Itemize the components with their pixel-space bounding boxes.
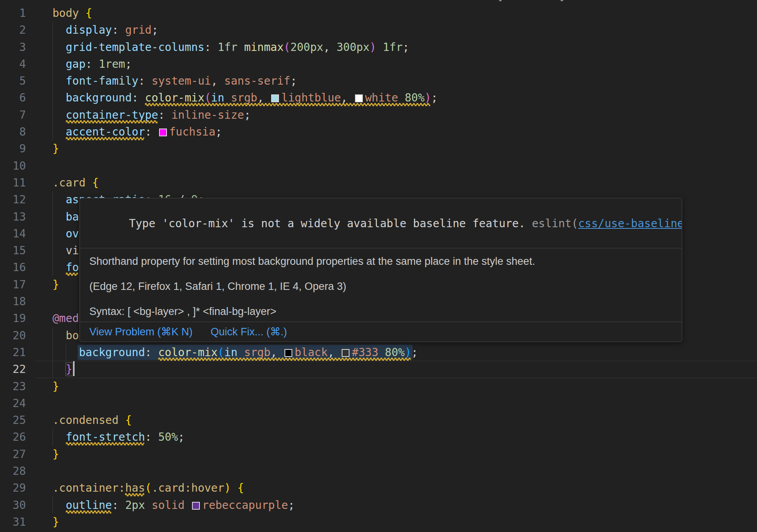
code-token: #333 — [352, 346, 378, 359]
code-token: .card — [53, 176, 92, 189]
color-swatch[interactable] — [192, 502, 200, 510]
code-token: { — [125, 414, 132, 427]
line-number: 7 — [0, 107, 26, 123]
code-token: background — [79, 346, 145, 359]
code-token — [119, 499, 125, 512]
code-text: vi — [53, 242, 79, 259]
code-line[interactable]: 21 background: color-mix(in srgb, black,… — [0, 344, 757, 361]
code-line[interactable]: 29.container:has(.card:hover) { — [0, 480, 757, 496]
code-token — [237, 41, 244, 54]
code-line[interactable]: 31} — [0, 514, 757, 530]
code-token — [378, 346, 385, 359]
code-line[interactable]: 7 container-type: inline-size; — [0, 107, 757, 123]
code-token: ; — [290, 74, 297, 87]
code-token: 80% — [385, 346, 405, 359]
warning-squiggle-span: has — [125, 481, 145, 494]
color-swatch[interactable] — [159, 128, 167, 136]
code-line[interactable]: 26 font-stretch: 50%; — [0, 429, 757, 445]
code-token — [334, 346, 341, 359]
code-token: : — [112, 499, 119, 512]
line-number: 2 — [0, 22, 26, 38]
code-token: sans-serif — [224, 74, 290, 87]
code-token: srgb — [237, 346, 270, 359]
code-text: ba — [53, 208, 79, 225]
code-token: : — [145, 125, 152, 138]
code-text: outline: 2px solid rebeccapurple; — [53, 497, 295, 514]
code-token — [53, 499, 66, 512]
line-number: 17 — [0, 276, 26, 293]
code-token — [53, 346, 79, 359]
quick-fix-action[interactable]: Quick Fix... (⌘.) — [211, 326, 287, 338]
color-swatch[interactable] — [342, 349, 350, 357]
code-token — [53, 193, 66, 206]
code-line[interactable]: 10 — [0, 157, 757, 174]
code-line[interactable]: 23} — [0, 378, 757, 395]
code-token: : — [138, 74, 145, 87]
code-token: { — [92, 176, 99, 189]
code-line[interactable]: 2 display: grid; — [0, 22, 757, 38]
eslint-rule-link[interactable]: css/use-baseline — [578, 217, 682, 230]
code-token: } — [53, 448, 59, 461]
code-line[interactable]: 9} — [0, 140, 757, 157]
code-token — [145, 499, 152, 512]
line-number: 21 — [0, 344, 26, 361]
diagnostic-source-prefix: eslint( — [532, 217, 578, 230]
code-token: in — [224, 346, 237, 359]
code-line[interactable]: 3 grid-template-columns: 1fr minmax(200p… — [0, 39, 757, 56]
line-number: 27 — [0, 446, 26, 463]
code-token: rebeccapurple — [202, 499, 288, 512]
code-line[interactable]: 25.condensed { — [0, 412, 757, 429]
color-swatch[interactable] — [284, 349, 292, 357]
code-token: .condensed — [53, 414, 125, 427]
code-text: background: color-mix(in srgb, black, #3… — [53, 344, 418, 361]
code-line[interactable]: 28 — [0, 463, 757, 480]
clipped-glyph-artifact — [561, 0, 563, 1]
code-line[interactable]: 27} — [0, 446, 757, 463]
code-token — [53, 109, 66, 121]
code-line[interactable]: 5 font-family: system-ui, sans-serif; — [0, 72, 757, 89]
code-token — [165, 109, 172, 121]
code-line[interactable]: 4 gap: 1rem; — [0, 56, 757, 72]
code-token: } — [66, 363, 72, 376]
code-token: ; — [125, 58, 132, 71]
code-text: .condensed { — [53, 412, 132, 429]
code-line[interactable]: 11.card { — [0, 174, 757, 191]
tooltip-body: Shorthand property for setting most back… — [80, 248, 682, 322]
warning-squiggle-span: outline — [66, 499, 112, 512]
code-token — [152, 431, 158, 443]
code-token: white — [365, 91, 398, 104]
diagnostic-message: Type 'color-mix' is not a widely availab… — [129, 217, 532, 230]
code-token — [53, 261, 66, 274]
code-line[interactable]: 30 outline: 2px solid rebeccapurple; — [0, 497, 757, 514]
code-text: } — [53, 446, 59, 463]
code-line-active[interactable]: 22 } — [0, 361, 757, 378]
code-token: ( — [145, 481, 152, 494]
code-token: grid — [125, 24, 151, 36]
code-token: } — [53, 142, 59, 155]
color-swatch[interactable] — [355, 94, 363, 102]
code-token: ) — [369, 41, 376, 54]
line-number: 28 — [0, 463, 26, 480]
line-number: 29 — [0, 480, 26, 496]
code-line[interactable]: 8 accent-color: fuchsia; — [0, 123, 757, 140]
line-number: 24 — [0, 395, 26, 412]
code-editor[interactable]: 1body {2 display: grid;3 grid-template-c… — [0, 0, 757, 532]
code-line[interactable]: 1body { — [0, 5, 757, 22]
code-line[interactable]: 24 — [0, 395, 757, 412]
code-token — [119, 24, 125, 36]
code-token — [330, 41, 337, 54]
code-token: ) — [425, 91, 431, 104]
code-token: , — [211, 74, 218, 87]
view-problem-action[interactable]: View Problem (⌘K N) — [89, 326, 193, 338]
code-token: fo — [66, 261, 79, 274]
code-token: accent-color — [66, 125, 145, 138]
code-line[interactable]: 6 background: color-mix(in srgb, lightbl… — [0, 89, 757, 106]
code-token: @med — [53, 312, 79, 325]
line-number: 3 — [0, 39, 26, 56]
warning-squiggle-span: accent-color — [66, 125, 145, 138]
code-token — [53, 329, 66, 342]
code-token: 50% — [158, 431, 178, 443]
color-swatch[interactable] — [271, 94, 279, 102]
code-token: : — [85, 58, 92, 71]
code-token: body — [53, 7, 85, 20]
